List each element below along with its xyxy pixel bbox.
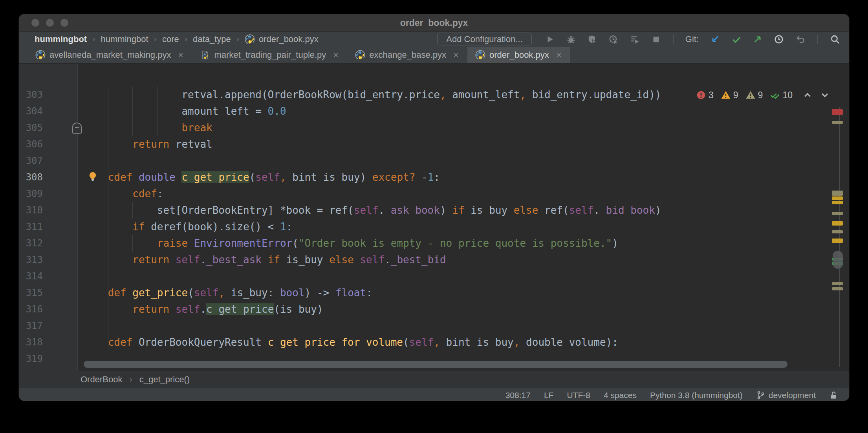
cython-file-icon bbox=[35, 50, 46, 60]
git-rollback-icon[interactable] bbox=[795, 34, 806, 45]
code-line[interactable]: break bbox=[83, 119, 830, 136]
branch-icon bbox=[756, 391, 765, 400]
bookmark-arch-icon[interactable] bbox=[72, 123, 82, 134]
breadcrumb-item[interactable]: core bbox=[162, 34, 179, 44]
tab-label: order_book.pyx bbox=[489, 50, 549, 60]
traffic-lights bbox=[31, 19, 68, 27]
code-line[interactable]: raise EnvironmentError("Order book is em… bbox=[83, 235, 830, 251]
next-problem-icon[interactable] bbox=[819, 90, 830, 101]
indent-setting[interactable]: 4 spaces bbox=[604, 391, 637, 400]
code-line[interactable]: return self._best_ask if is_buy else sel… bbox=[83, 251, 830, 268]
tab-bar: avellaneda_market_making.pyxmarket_tradi… bbox=[19, 47, 849, 64]
python-interpreter[interactable]: Python 3.8 (hummingbot) bbox=[650, 391, 743, 400]
breadcrumb-item[interactable]: order_book.pyx bbox=[245, 34, 319, 44]
code-line[interactable]: amount_left = 0.0 bbox=[83, 103, 830, 119]
weak-warning-count: 9 bbox=[758, 90, 763, 101]
line-separator[interactable]: LF bbox=[544, 391, 554, 400]
line-number: 305 bbox=[19, 119, 77, 136]
editor[interactable]: 3033043053063073083093103113123133143153… bbox=[19, 64, 849, 371]
profiler-icon[interactable] bbox=[608, 34, 619, 45]
breadcrumb-method[interactable]: c_get_price() bbox=[139, 374, 190, 385]
editor-gutter: 3033043053063073083093103113123133143153… bbox=[19, 64, 78, 371]
search-icon[interactable] bbox=[830, 34, 841, 45]
window-title: order_book.pyx bbox=[400, 18, 468, 28]
line-number: 310 bbox=[19, 202, 77, 218]
code-line[interactable] bbox=[83, 268, 830, 284]
lock-icon[interactable] bbox=[829, 391, 839, 400]
code-line[interactable]: cdef double c_get_price(self, bint is_bu… bbox=[83, 169, 830, 185]
line-number: 311 bbox=[19, 218, 77, 235]
weak-warnings-indicator[interactable]: 9 bbox=[745, 90, 763, 101]
code-line[interactable]: return retval bbox=[83, 136, 830, 152]
stripe-mark-weak[interactable] bbox=[832, 121, 843, 124]
breadcrumb-item[interactable]: hummingbot bbox=[101, 34, 148, 44]
chevron-right-icon: › bbox=[129, 374, 132, 385]
git-history-icon[interactable] bbox=[773, 34, 784, 45]
tab-close-icon[interactable] bbox=[177, 51, 184, 59]
stop-icon[interactable] bbox=[650, 34, 661, 45]
warnings-indicator[interactable]: 9 bbox=[721, 90, 738, 101]
code-line[interactable]: if deref(book).size() < 1: bbox=[83, 218, 830, 235]
run-icon[interactable] bbox=[544, 34, 555, 45]
cython-file-icon bbox=[475, 50, 485, 60]
code-area[interactable]: retval.append(OrderBookRow(bid_entry.pri… bbox=[78, 64, 830, 371]
editor-tab[interactable]: avellaneda_market_making.pyx bbox=[27, 47, 192, 63]
tab-close-icon[interactable] bbox=[332, 51, 339, 59]
tab-close-icon[interactable] bbox=[555, 51, 562, 59]
editor-tab[interactable]: order_book.pyx bbox=[467, 47, 570, 63]
stripe-mark-weak[interactable] bbox=[832, 287, 843, 290]
git-update-icon[interactable] bbox=[710, 34, 721, 45]
editor-tab[interactable]: market_trading_pair_tuple.py bbox=[192, 47, 347, 63]
stripe-mark-warning[interactable] bbox=[832, 221, 843, 226]
line-number: 315 bbox=[19, 284, 77, 301]
stripe-mark-error[interactable] bbox=[832, 109, 843, 115]
stripe-mark-warning[interactable] bbox=[832, 201, 843, 204]
code-line[interactable]: def get_price(self, is_buy: bool) -> flo… bbox=[83, 284, 830, 301]
stripe-mark-warning[interactable] bbox=[832, 196, 843, 200]
close-button[interactable] bbox=[31, 19, 39, 27]
toolbar-actions: Add Configuration... Git: bbox=[437, 33, 841, 46]
git-push-icon[interactable] bbox=[752, 34, 763, 45]
cython-file-icon bbox=[355, 50, 365, 60]
errors-indicator[interactable]: 3 bbox=[696, 90, 714, 101]
code-line[interactable]: cdef: bbox=[83, 185, 830, 202]
main-toolbar: hummingbot›hummingbot›core›data_type›ord… bbox=[19, 32, 849, 47]
line-number: 316 bbox=[19, 301, 77, 317]
code-line[interactable]: return self.c_get_price(is_buy) bbox=[83, 301, 830, 317]
stripe-mark-weak[interactable] bbox=[832, 191, 843, 196]
stripe-mark-weak[interactable] bbox=[832, 230, 843, 233]
breadcrumb-item[interactable]: hummingbot bbox=[35, 34, 87, 44]
add-configuration-button[interactable]: Add Configuration... bbox=[437, 33, 531, 46]
stripe-mark-warning[interactable] bbox=[832, 239, 843, 243]
intention-bulb-icon[interactable] bbox=[87, 171, 98, 183]
code-line[interactable]: set[OrderBookEntry] *book = ref(self._as… bbox=[83, 202, 830, 218]
run-anything-icon[interactable] bbox=[629, 34, 640, 45]
vertical-scrollbar[interactable] bbox=[833, 251, 843, 269]
code-line[interactable]: cdef OrderBookQueryResult c_get_price_fo… bbox=[83, 334, 830, 350]
line-number: 317 bbox=[19, 317, 77, 334]
code-line[interactable] bbox=[83, 350, 830, 367]
prev-problem-icon[interactable] bbox=[802, 90, 813, 101]
git-label: Git: bbox=[685, 34, 699, 44]
error-stripe[interactable] bbox=[830, 64, 849, 371]
git-branch[interactable]: development bbox=[756, 391, 816, 400]
ide-window: order_book.pyx hummingbot›hummingbot›cor… bbox=[19, 14, 849, 401]
breadcrumb-class[interactable]: OrderBook bbox=[81, 374, 122, 385]
git-commit-icon[interactable] bbox=[731, 34, 742, 45]
editor-tab[interactable]: exchange_base.pyx bbox=[347, 47, 467, 63]
stripe-mark-weak[interactable] bbox=[832, 282, 843, 285]
titlebar: order_book.pyx bbox=[19, 14, 849, 32]
zoom-button[interactable] bbox=[60, 19, 68, 27]
run-with-coverage-icon[interactable] bbox=[587, 34, 598, 45]
code-line[interactable] bbox=[83, 317, 830, 334]
minimize-button[interactable] bbox=[46, 19, 54, 27]
breadcrumb-item[interactable]: data_type bbox=[193, 34, 231, 44]
code-line[interactable] bbox=[83, 152, 830, 169]
branch-name: development bbox=[769, 391, 816, 400]
file-encoding[interactable]: UTF-8 bbox=[567, 391, 590, 400]
debug-icon[interactable] bbox=[566, 34, 577, 45]
stripe-mark-weak[interactable] bbox=[832, 212, 843, 215]
passed-indicator[interactable]: 10 bbox=[770, 90, 793, 101]
tab-close-icon[interactable] bbox=[452, 51, 460, 59]
caret-position[interactable]: 308:17 bbox=[505, 391, 531, 400]
